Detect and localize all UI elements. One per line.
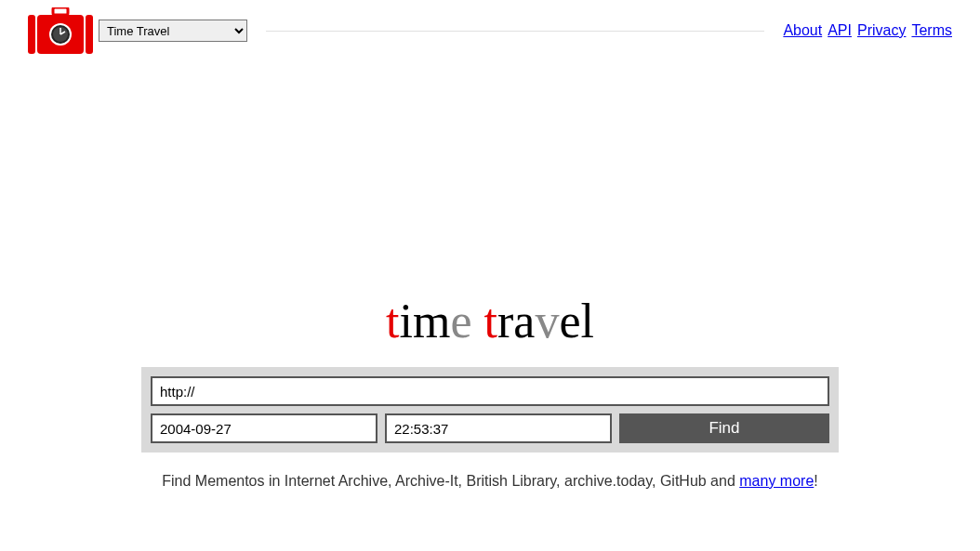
title-t2: t bbox=[484, 295, 497, 348]
about-link[interactable]: About bbox=[783, 22, 822, 39]
tagline-text: Find Mementos in Internet Archive, Archi… bbox=[162, 473, 739, 489]
suitcase-logo[interactable] bbox=[28, 7, 93, 54]
privacy-link[interactable]: Privacy bbox=[857, 22, 906, 39]
svg-rect-1 bbox=[28, 15, 35, 54]
nav-select[interactable]: Time Travel bbox=[99, 20, 247, 42]
title-t1: t bbox=[386, 295, 399, 348]
url-input[interactable] bbox=[151, 376, 829, 406]
title-v: v bbox=[535, 295, 559, 348]
main: time travel Find Find Mementos in Intern… bbox=[0, 294, 980, 490]
svg-rect-2 bbox=[86, 15, 93, 54]
title-e2: e bbox=[559, 295, 580, 348]
logo-area: Time Travel bbox=[28, 7, 247, 54]
search-box: Find bbox=[141, 367, 839, 453]
tagline-exclaim: ! bbox=[814, 473, 817, 489]
date-input[interactable] bbox=[151, 413, 377, 443]
title-im: im bbox=[400, 295, 451, 348]
search-row2: Find bbox=[151, 413, 829, 443]
api-link[interactable]: API bbox=[828, 22, 852, 39]
time-input[interactable] bbox=[385, 413, 612, 443]
page-title: time travel bbox=[386, 294, 594, 348]
title-space bbox=[472, 295, 484, 348]
header-links: About API Privacy Terms bbox=[783, 22, 952, 39]
title-l: l bbox=[580, 295, 593, 348]
header-divider bbox=[266, 31, 764, 32]
tagline: Find Mementos in Internet Archive, Archi… bbox=[162, 473, 818, 490]
title-e1: e bbox=[450, 295, 471, 348]
find-button[interactable]: Find bbox=[619, 413, 829, 443]
header: Time Travel About API Privacy Terms bbox=[0, 0, 980, 61]
title-ra: ra bbox=[497, 295, 535, 348]
many-more-link[interactable]: many more bbox=[739, 473, 814, 489]
terms-link[interactable]: Terms bbox=[911, 22, 952, 39]
svg-rect-0 bbox=[53, 7, 68, 15]
